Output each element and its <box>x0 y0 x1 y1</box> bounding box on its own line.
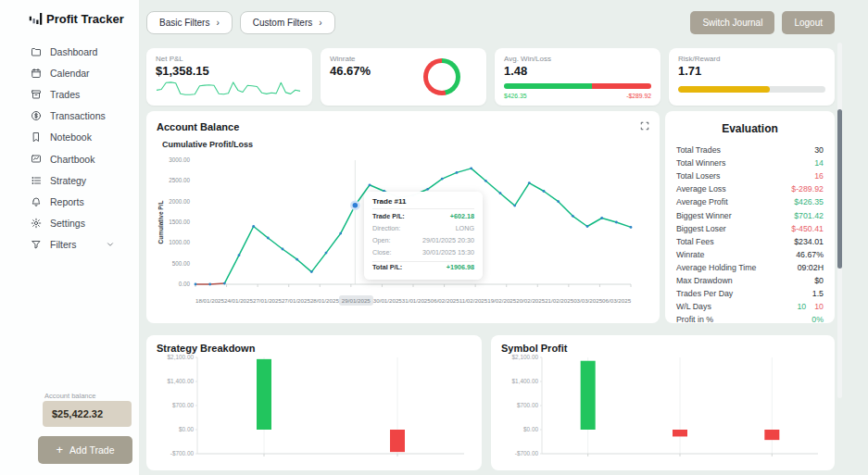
tooltip-row-value: +602.18 <box>450 211 474 223</box>
main-content: Basic Filters › Custom Filters › Switch … <box>139 0 868 475</box>
eval-row: Profit in %0% <box>676 313 824 326</box>
expand-icon[interactable] <box>640 119 649 133</box>
scrollbar-thumb[interactable] <box>837 109 842 269</box>
x-axis-label: 30/01/2025 <box>373 297 402 304</box>
x-axis-label: 11/02/2025 <box>459 297 488 304</box>
x-axis-label: 24/01/2025 <box>224 297 253 304</box>
eval-value: 14 <box>814 158 824 168</box>
sidebar-item-label: Strategy <box>50 175 86 186</box>
svg-text:3000.00: 3000.00 <box>169 156 190 163</box>
eval-row: Average Profit$426.35 <box>676 195 824 208</box>
tooltip-row-label: Trade P/L: <box>372 211 405 223</box>
risk-reward-fill <box>678 86 770 93</box>
tooltip-row-value: 29/01/2025 20:30 <box>422 235 474 247</box>
plus-icon: + <box>56 445 63 455</box>
sidebar-item-transactions[interactable]: Transactions <box>0 106 139 127</box>
account-balance-header: Account Balance <box>157 119 649 133</box>
cumulative-pnl-title: Cumulative Profit/Loss <box>162 140 649 149</box>
x-axis-label: 21/02/2025 <box>545 297 573 304</box>
eval-row: Average Loss$-289.92 <box>676 182 824 195</box>
avg-win-loss-card: Avg. Win/Loss 1.48 $426.35 -$289.92 <box>495 48 660 106</box>
list-icon <box>31 175 42 186</box>
svg-text:1500.00: 1500.00 <box>169 219 190 225</box>
symbol-profit-title: Symbol Profit <box>501 343 824 354</box>
risk-reward-card: Risk/Reward 1.71 <box>669 48 835 106</box>
x-axis-label: 31/01/2025 <box>402 297 431 304</box>
svg-text:-$700.00: -$700.00 <box>170 450 195 456</box>
net-pnl-value: $1,358.15 <box>156 64 303 78</box>
custom-filters-button[interactable]: Custom Filters › <box>240 11 335 34</box>
account-balance-value: $25,422.32 <box>52 408 103 419</box>
folder-icon <box>31 46 42 57</box>
eval-row: Trades Per Day1.5 <box>676 287 824 300</box>
eval-value: $426.35 <box>794 197 824 206</box>
evaluation-rows: Total Trades30Total Winners14Total Loser… <box>676 144 824 326</box>
eval-value: 10 <box>797 302 806 311</box>
win-loss-footer: $426.35 -$289.92 <box>504 93 651 99</box>
sidebar-item-chartbook[interactable]: Chartbook <box>0 148 139 169</box>
cumulative-pnl-chart-area: 3000.002500.002000.001500.001000.00500.0… <box>157 151 649 304</box>
strategy-breakdown-title: Strategy Breakdown <box>157 343 472 354</box>
eval-row: Total Fees$234.01 <box>676 235 824 248</box>
eval-label: Winrate <box>676 250 704 259</box>
net-pnl-label: Net P&L <box>156 55 303 63</box>
logo-text: Profit Tracker <box>46 12 124 26</box>
eval-value: $701.42 <box>794 211 824 220</box>
svg-text:$2,100.00: $2,100.00 <box>168 354 195 360</box>
eval-label: Max Drawdown <box>676 276 733 285</box>
svg-text:$1,400.00: $1,400.00 <box>512 378 539 384</box>
archive-icon <box>31 89 42 100</box>
add-trade-label: Add Trade <box>69 444 114 456</box>
sidebar-item-dashboard[interactable]: Dashboard <box>0 41 139 62</box>
eval-value: 46.67% <box>796 250 824 259</box>
add-trade-button[interactable]: + Add Trade <box>38 436 132 464</box>
eval-value: $234.01 <box>794 237 824 246</box>
avg-win-loss-label: Avg. Win/Loss <box>504 55 651 63</box>
tooltip-row: Direction:LONG <box>372 223 474 235</box>
switch-journal-button[interactable]: Switch Journal <box>690 11 774 34</box>
eval-row: Total Losers16 <box>676 169 824 182</box>
sidebar-bottom: Account balance $25,422.32 + Add Trade <box>0 392 139 464</box>
eval-label: Total Trades <box>676 145 721 155</box>
eval-value: 1.5 <box>812 289 824 298</box>
avg-win-amount: $426.35 <box>504 93 527 99</box>
account-balance-title: Account Balance <box>157 121 239 132</box>
tooltip-row-value: 30/01/2025 15:30 <box>422 247 474 259</box>
x-axis-label: 19/02/2025 <box>487 297 516 304</box>
sidebar-item-filters[interactable]: Filters <box>0 234 139 256</box>
profit-tracker-app: Profit Tracker DashboardCalendarTradesTr… <box>0 0 868 475</box>
win-loss-ratio-bar <box>504 83 651 89</box>
sidebar-item-trades[interactable]: Trades <box>0 83 139 105</box>
middle-row: Account Balance Cumulative Profit/Loss 3… <box>146 111 835 323</box>
eval-row: Biggest Winner$701.42 <box>676 208 824 221</box>
evaluation-title: Evaluation <box>676 122 824 135</box>
sidebar-menu: DashboardCalendarTradesTransactionsNoteb… <box>0 41 139 256</box>
sidebar-item-settings[interactable]: Settings <box>0 213 139 234</box>
eval-row: Average Holding Time09:02H <box>676 261 824 274</box>
logout-button[interactable]: Logout <box>782 11 835 34</box>
sidebar-item-strategy[interactable]: Strategy <box>0 169 139 191</box>
x-axis-label: 27/01/2025 <box>282 297 310 304</box>
logo-bars-icon <box>29 11 43 26</box>
basic-filters-button[interactable]: Basic Filters › <box>146 11 233 34</box>
x-axis-label: 06/02/2025 <box>431 297 459 304</box>
sidebar-item-reports[interactable]: Reports <box>0 191 139 212</box>
x-axis-label: 20/02/2025 <box>516 297 545 304</box>
sidebar-item-notebook[interactable]: Notebook <box>0 127 139 148</box>
chevron-right-icon: › <box>319 18 321 28</box>
x-axis-label: 29/01/2025 <box>339 295 373 306</box>
x-axis-label: 06/03/2025 <box>602 297 631 304</box>
sidebar: Profit Tracker DashboardCalendarTradesTr… <box>0 0 139 475</box>
tooltip-row: Open:29/01/2025 20:30 <box>372 235 474 247</box>
svg-text:0.00: 0.00 <box>179 281 191 287</box>
svg-text:$1,400.00: $1,400.00 <box>168 378 195 384</box>
svg-text:$0.00: $0.00 <box>523 426 538 432</box>
tooltip-row: Trade P/L:+602.18 <box>372 211 474 223</box>
risk-reward-value: 1.71 <box>678 64 825 78</box>
tooltip-row-label: Close: <box>372 247 391 259</box>
eval-label: Biggest Loser <box>676 224 726 233</box>
sidebar-item-calendar[interactable]: Calendar <box>0 62 139 83</box>
svg-text:-$700.00: -$700.00 <box>515 450 539 456</box>
eval-value: $0 <box>814 276 824 285</box>
avg-win-loss-value: 1.48 <box>504 64 651 78</box>
